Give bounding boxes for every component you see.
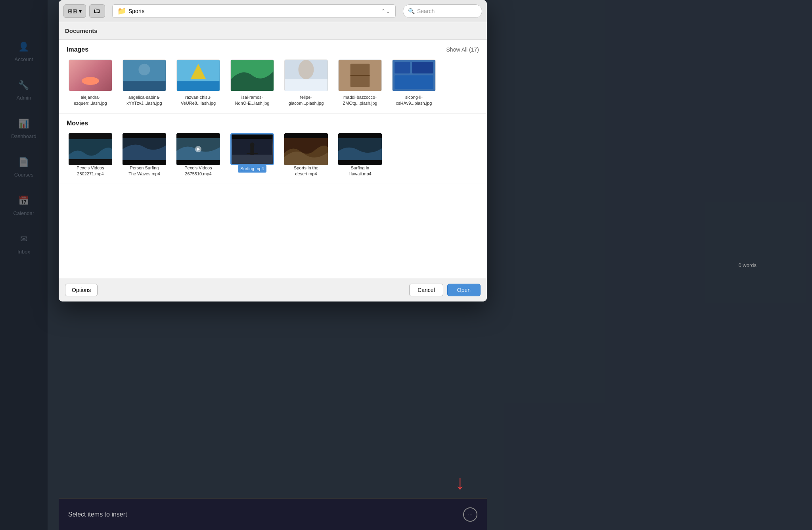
movies-section-header: Movies [67,120,479,127]
section-header: Documents [59,22,487,40]
images-section-title: Images [67,46,88,53]
list-item[interactable]: Pexels Videos2675510.mp4 [174,133,222,177]
new-folder-icon: 🗂 [94,7,101,15]
svg-rect-5 [177,81,219,91]
view-toggle-button[interactable]: ⊞⊞ ▾ [63,4,86,18]
open-button[interactable]: Open [447,284,481,296]
file-label: Pexels Videos2802271.mp4 [77,165,104,177]
file-label: isai-ramos-NqnO-E...lash.jpg [235,94,270,107]
show-all-images-link[interactable]: Show All (17) [446,46,479,53]
svg-rect-24 [176,133,220,138]
list-item[interactable]: Surfing.mp4 [228,133,276,177]
search-placeholder: Search [417,8,435,14]
file-label: angelica-sabina-xYnTzvJ...lash.jpg [126,94,162,107]
svg-rect-18 [69,133,112,139]
image-thumbnail [284,60,328,91]
folder-icon: 📁 [117,7,126,15]
list-item[interactable]: Surfing inHawaii.mp4 [336,133,384,177]
more-options-icon: ··· [468,511,473,518]
image-thumbnail [69,60,112,91]
images-section: Images Show All (17) alejandra-ezquerr..… [59,40,487,113]
options-button[interactable]: Options [65,284,98,296]
svg-point-1 [138,64,150,75]
dialog-footer: Options Cancel Open [59,278,487,301]
search-icon: 🔍 [408,8,415,14]
svg-rect-21 [123,133,166,138]
file-label: Person SurfingThe Waves.mp4 [128,165,160,177]
svg-point-9 [299,60,314,79]
movies-section-title: Movies [67,120,88,127]
file-label: maddi-bazzocco-ZMOtg...plash.jpg [343,94,377,107]
file-picker-dialog: ⊞⊞ ▾ 🗂 📁 Sports ⌃⌄ 🔍 Search Documents Im… [59,0,487,301]
image-thumbnail [123,60,166,91]
dialog-toolbar: ⊞⊞ ▾ 🗂 📁 Sports ⌃⌄ 🔍 Search [59,0,487,22]
image-thumbnail [176,60,220,91]
list-item[interactable]: angelica-sabina-xYnTzvJ...lash.jpg [121,60,168,107]
file-label: Sports in thedesert.mp4 [294,165,318,177]
file-label: razvan-chisu-VeURe8...lash.jpg [181,94,216,107]
word-count: 0 words [738,262,756,268]
svg-rect-39 [338,160,382,165]
file-label: Surfing inHawaii.mp4 [349,165,371,177]
svg-rect-15 [412,62,433,73]
file-label: felipe-giacom...plash.jpg [289,94,324,107]
list-item[interactable]: maddi-bazzocco-ZMOtg...plash.jpg [336,60,384,107]
cancel-button[interactable]: Cancel [409,284,443,296]
movie-thumbnail [284,133,328,165]
list-item[interactable]: felipe-giacom...plash.jpg [282,60,330,107]
svg-rect-8 [285,79,327,91]
file-label: sicong-li-xsHAv9...plash.jpg [396,94,432,107]
svg-rect-35 [284,133,328,138]
view-grid-icon: ⊞⊞ [68,8,77,14]
more-options-button[interactable]: ··· [463,507,477,522]
location-bar[interactable]: 📁 Sports ⌃⌄ [112,4,396,18]
images-section-header: Images Show All (17) [67,46,479,53]
movie-thumbnail [338,133,382,165]
file-label: alejandra-ezquerr...lash.jpg [74,94,107,107]
search-bar[interactable]: 🔍 Search [403,4,482,18]
svg-rect-25 [176,160,220,165]
footer-actions: Cancel Open [409,284,481,296]
list-item[interactable]: Sports in thedesert.mp4 [282,133,330,177]
new-folder-button[interactable]: 🗂 [89,4,105,18]
movie-thumbnail [69,133,112,165]
movies-section: Movies Pexels Videos [59,113,487,184]
section-title: Documents [65,27,98,34]
svg-rect-38 [338,133,382,138]
svg-point-32 [250,142,254,147]
svg-rect-2 [123,81,165,91]
movie-thumbnail [123,133,166,165]
location-name: Sports [128,8,144,14]
image-thumbnail [230,60,274,91]
movie-thumbnail [176,133,220,165]
svg-rect-16 [395,75,433,89]
list-item[interactable]: Pexels Videos2802271.mp4 [67,133,114,177]
svg-rect-30 [232,134,272,139]
insert-bar-label: Select items to insert [68,511,127,518]
images-grid: alejandra-ezquerr...lash.jpg angelica-sa… [67,60,479,107]
list-item[interactable]: Person SurfingThe Waves.mp4 [121,133,168,177]
list-item[interactable]: isai-ramos-NqnO-E...lash.jpg [228,60,276,107]
svg-rect-22 [123,160,166,165]
location-arrows-icon: ⌃⌄ [381,8,391,14]
dialog-content: Images Show All (17) alejandra-ezquerr..… [59,40,487,278]
movie-thumbnail-selected [230,133,274,165]
svg-rect-19 [69,159,112,165]
insert-bar: Select items to insert ··· [59,498,487,530]
movies-grid: Pexels Videos2802271.mp4 [67,133,479,177]
view-toggle-arrow-icon: ▾ [79,8,82,14]
image-thumbnail [392,60,436,91]
file-label: Pexels Videos2675510.mp4 [184,165,212,177]
image-thumbnail [338,60,382,91]
svg-rect-14 [395,62,410,73]
file-label-selected: Surfing.mp4 [238,165,266,173]
list-item[interactable]: razvan-chisu-VeURe8...lash.jpg [174,60,222,107]
list-item[interactable]: sicong-li-xsHAv9...plash.jpg [390,60,438,107]
svg-rect-29 [232,155,272,164]
list-item[interactable]: alejandra-ezquerr...lash.jpg [67,60,114,107]
